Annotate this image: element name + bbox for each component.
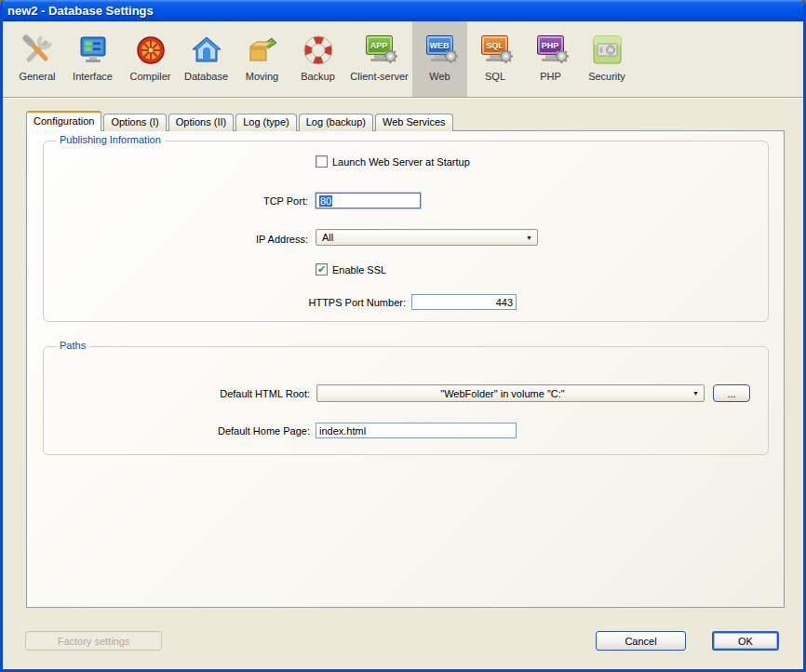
tab-web-services[interactable]: Web Services (375, 114, 453, 131)
tab-log-backup[interactable]: Log (backup) (299, 114, 373, 131)
toolbar-item-label: Moving (246, 71, 278, 82)
gear-icon (498, 48, 514, 68)
publishing-information-group: Publishing Information Launch Web Server… (43, 141, 769, 322)
toolbar-item-label: Interface (73, 71, 113, 82)
toolbar-item-interface[interactable]: Interface (62, 21, 123, 97)
toolbar-item-database[interactable]: Database (178, 21, 235, 97)
toolbar-item-web[interactable]: WEB Web (412, 21, 467, 97)
group-title: Publishing Information (56, 134, 165, 145)
php-monitor-icon: PHP (535, 33, 567, 68)
toolbar-item-backup[interactable]: Backup (289, 21, 346, 97)
tab-log-type[interactable]: Log (type) (235, 114, 297, 131)
app-monitor-icon: APP (364, 33, 396, 68)
default-home-page-label: Default Home Page: (218, 425, 310, 437)
toolbar-item-general[interactable]: General (12, 21, 62, 97)
enable-ssl-checkbox[interactable]: Enable SSL (316, 263, 386, 276)
selected-text: 80 (319, 195, 332, 207)
paths-group: Paths Default HTML Root: "WebFolder" in … (43, 346, 769, 455)
https-port-input[interactable]: 443 (411, 294, 517, 310)
toolbar-separator (3, 97, 803, 99)
toolbar-item-label: Database (184, 71, 228, 82)
toolbar-item-label: Security (588, 71, 625, 82)
settings-toolbar: General Interface (3, 21, 803, 97)
gear-icon (443, 48, 459, 68)
gear-icon (554, 48, 570, 68)
gear-icon (383, 48, 398, 68)
configuration-tab-panel: Publishing Information Launch Web Server… (26, 130, 785, 608)
tab-configuration[interactable]: Configuration (26, 111, 101, 131)
tab-options-1[interactable]: Options (I) (103, 114, 166, 131)
toolbar-item-moving[interactable]: Moving (235, 21, 289, 97)
cancel-button[interactable]: Cancel (596, 631, 686, 651)
browse-button[interactable]: ... (713, 384, 750, 402)
interface-monitor-icon (77, 33, 109, 68)
toolbar-item-label: Compiler (129, 71, 170, 82)
group-title: Paths (56, 340, 89, 351)
safe-icon (591, 33, 623, 68)
toolbar-item-label: General (19, 71, 55, 82)
toolbar-item-sql[interactable]: SQL SQL (467, 21, 523, 97)
launch-web-server-checkbox[interactable]: Launch Web Server at Startup (316, 155, 470, 168)
toolbar-item-php[interactable]: PHP PHP (523, 21, 578, 97)
toolbar-item-client-server[interactable]: APP Client-server (346, 21, 412, 97)
tcp-port-input[interactable]: 80 (316, 193, 421, 208)
factory-settings-button[interactable]: Factory settings (25, 631, 162, 651)
https-port-label: HTTPS Port Number: (308, 297, 406, 308)
tab-options-2[interactable]: Options (II) (168, 114, 234, 131)
ip-address-label: IP Address: (256, 234, 308, 245)
chevron-down-icon: ▼ (521, 235, 537, 241)
title-bar[interactable]: new2 - Database Settings (0, 0, 806, 21)
house-icon (191, 33, 222, 68)
chevron-down-icon: ▼ (688, 390, 704, 396)
tcp-port-label: TCP Port: (263, 195, 308, 207)
default-home-page-input[interactable]: index.html (316, 423, 517, 438)
toolbar-item-label: Web (429, 71, 450, 82)
moving-box-icon (247, 33, 278, 68)
checkbox-icon (316, 155, 328, 168)
toolbar-item-label: PHP (540, 71, 561, 82)
toolbar-item-label: SQL (485, 71, 505, 82)
window-title: new2 - Database Settings (7, 4, 154, 18)
sql-monitor-icon: SQL (479, 33, 511, 68)
checkbox-icon (316, 263, 328, 276)
web-monitor-icon: WEB (424, 33, 456, 68)
tab-bar: Configuration Options (I) Options (II) L… (26, 111, 455, 131)
toolbar-item-compiler[interactable]: Compiler (123, 21, 178, 97)
toolbar-item-label: Client-server (350, 71, 408, 82)
tools-icon (21, 33, 53, 68)
lifesaver-icon (302, 33, 334, 68)
ip-address-select[interactable]: All ▼ (316, 229, 538, 246)
database-settings-dialog: new2 - Database Settings General (0, 0, 806, 672)
toolbar-item-label: Backup (301, 71, 335, 82)
ok-button[interactable]: OK (712, 631, 779, 651)
toolbar-item-security[interactable]: Security (578, 21, 636, 97)
default-html-root-label: Default HTML Root: (220, 388, 310, 399)
default-html-root-select[interactable]: "WebFolder" in volume "C:" ▼ (316, 384, 705, 402)
compiler-wheel-icon (135, 33, 167, 68)
